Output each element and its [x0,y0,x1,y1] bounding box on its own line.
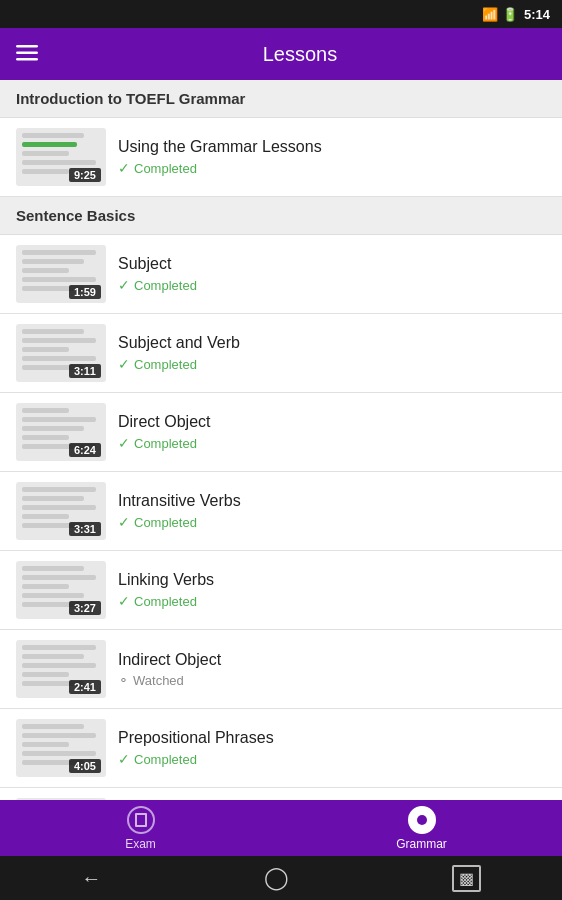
duration-badge: 1:59 [69,285,101,299]
lesson-info: Intransitive Verbs ✓ Completed [118,492,546,530]
check-icon: ✓ [118,593,130,609]
doc-icon [135,813,147,827]
back-button[interactable]: ← [81,867,101,890]
duration-badge: 3:11 [69,364,101,378]
tab-exam[interactable]: Exam [0,800,281,856]
lesson-thumbnail: 2:41 [16,640,106,698]
lesson-status: ✓ Completed [118,751,546,767]
list-item[interactable]: 3:11 Subject and Verb ✓ Completed [0,314,562,393]
status-bar: 📶 🔋 5:14 [0,0,562,28]
lesson-info: Subject ✓ Completed [118,255,546,293]
lesson-info: Linking Verbs ✓ Completed [118,571,546,609]
lesson-status: ✓ Completed [118,435,546,451]
lesson-status: ✓ Completed [118,514,546,530]
lesson-title: Subject and Verb [118,334,546,352]
status-time: 5:14 [524,7,550,22]
list-item[interactable]: 9:25 Using the Grammar Lessons ✓ Complet… [0,118,562,197]
svg-rect-2 [16,58,38,61]
list-item[interactable]: 3:27 Linking Verbs ✓ Completed [0,551,562,630]
lesson-thumbnail: 9:25 [16,128,106,186]
lesson-title: Indirect Object [118,651,546,669]
lesson-title: Prepositional Phrases [118,729,546,747]
lesson-thumbnail: 3:27 [16,561,106,619]
list-item[interactable]: 3:33 Fragments vs. Sentences ⚬ Watched [0,788,562,800]
list-item[interactable]: 1:59 Subject ✓ Completed [0,235,562,314]
lesson-status: ⚬ Watched [118,673,546,688]
lesson-thumbnail: 3:11 [16,324,106,382]
check-icon: ✓ [118,160,130,176]
list-item[interactable]: 3:31 Intransitive Verbs ✓ Completed [0,472,562,551]
lesson-status: ✓ Completed [118,277,546,293]
lesson-status: ✓ Completed [118,160,546,176]
lesson-title: Linking Verbs [118,571,546,589]
check-icon: ✓ [118,277,130,293]
lesson-info: Direct Object ✓ Completed [118,413,546,451]
lesson-thumbnail: 6:24 [16,403,106,461]
lesson-title: Using the Grammar Lessons [118,138,546,156]
status-icons: 📶 🔋 [482,7,518,22]
check-icon: ✓ [118,435,130,451]
lesson-title: Intransitive Verbs [118,492,546,510]
lesson-status: ✓ Completed [118,356,546,372]
lessons-scroll: Introduction to TOEFL Grammar 9:25 Using… [0,80,562,800]
wifi-icon: 📶 [482,7,498,22]
duration-badge: 6:24 [69,443,101,457]
grammar-tab-label: Grammar [396,837,447,851]
exam-icon [127,806,155,834]
sentence-basics-section-header: Sentence Basics [0,197,562,235]
lesson-thumbnail: 1:59 [16,245,106,303]
check-icon: ✓ [118,514,130,530]
bottom-nav: Exam Grammar [0,800,562,856]
menu-button[interactable] [16,43,38,65]
lesson-thumbnail: 3:31 [16,482,106,540]
app-title: Lessons [54,43,546,66]
intro-section-header: Introduction to TOEFL Grammar [0,80,562,118]
lesson-status: ✓ Completed [118,593,546,609]
duration-badge: 4:05 [69,759,101,773]
check-icon: ✓ [118,751,130,767]
lesson-info: Using the Grammar Lessons ✓ Completed [118,138,546,176]
app-bar: Lessons [0,28,562,80]
recents-button[interactable]: ▩ [452,865,481,892]
home-button[interactable]: ◯ [264,865,289,891]
lesson-info: Subject and Verb ✓ Completed [118,334,546,372]
grammar-icon [408,806,436,834]
android-nav-bar: ← ◯ ▩ [0,856,562,900]
exam-tab-label: Exam [125,837,156,851]
check-icon: ✓ [118,356,130,372]
lesson-info: Indirect Object ⚬ Watched [118,651,546,688]
battery-icon: 🔋 [502,7,518,22]
lesson-title: Direct Object [118,413,546,431]
svg-rect-1 [16,52,38,55]
lesson-title: Subject [118,255,546,273]
duration-badge: 3:27 [69,601,101,615]
duration-badge: 9:25 [69,168,101,182]
grammar-icon-inner [417,815,427,825]
lesson-thumbnail: 4:05 [16,719,106,777]
lesson-info: Prepositional Phrases ✓ Completed [118,729,546,767]
list-item[interactable]: 2:41 Indirect Object ⚬ Watched [0,630,562,709]
eye-icon: ⚬ [118,673,129,688]
svg-rect-0 [16,45,38,48]
tab-grammar[interactable]: Grammar [281,800,562,856]
duration-badge: 3:31 [69,522,101,536]
duration-badge: 2:41 [69,680,101,694]
list-item[interactable]: 6:24 Direct Object ✓ Completed [0,393,562,472]
list-item[interactable]: 4:05 Prepositional Phrases ✓ Completed [0,709,562,788]
